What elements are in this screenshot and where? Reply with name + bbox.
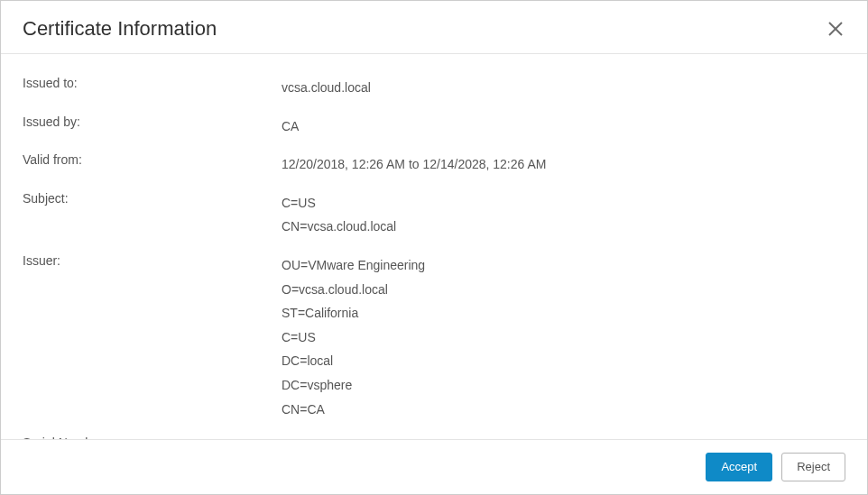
label-issued-by: Issued by: (23, 115, 282, 129)
label-subject: Subject: (23, 191, 282, 206)
dialog-body[interactable]: Issued to: vcsa.cloud.local Issued by: C… (1, 53, 867, 440)
issuer-line: OU=VMware Engineering (282, 253, 845, 278)
subject-line: C=US (282, 191, 845, 215)
value-subject: C=US CN=vcsa.cloud.local (282, 191, 845, 239)
accept-button[interactable]: Accept (706, 453, 772, 481)
certificate-info-dialog: Certificate Information Issued to: vcsa.… (0, 0, 868, 495)
label-valid-from: Valid from: (23, 152, 282, 167)
reject-button[interactable]: Reject (781, 453, 845, 481)
close-icon (827, 21, 844, 37)
dialog-footer: Accept Reject (1, 440, 867, 494)
issuer-line: DC=vsphere (282, 373, 845, 398)
row-issued-by: Issued by: CA (23, 107, 845, 146)
issuer-line: O=vcsa.cloud.local (282, 278, 845, 302)
value-issuer: OU=VMware Engineering O=vcsa.cloud.local… (282, 253, 845, 421)
subject-line: CN=vcsa.cloud.local (282, 215, 845, 239)
row-serial-number: Serial Number: 00 ef 9a ac d0 ab dd 7c a… (23, 428, 845, 440)
issuer-line: C=US (282, 325, 845, 350)
issuer-line: DC=local (282, 349, 845, 373)
value-valid-from: 12/20/2018, 12:26 AM to 12/14/2028, 12:2… (282, 152, 845, 177)
issuer-line: CN=CA (282, 398, 845, 422)
close-button[interactable] (826, 19, 845, 39)
value-issued-by: CA (282, 115, 845, 139)
label-issued-to: Issued to: (23, 76, 282, 90)
value-issued-to: vcsa.cloud.local (282, 76, 845, 100)
row-valid-from: Valid from: 12/20/2018, 12:26 AM to 12/1… (23, 145, 845, 184)
label-issuer: Issuer: (23, 253, 282, 268)
issuer-line: ST=California (282, 301, 845, 325)
dialog-title: Certificate Information (23, 17, 217, 41)
row-issuer: Issuer: OU=VMware Engineering O=vcsa.clo… (23, 246, 845, 428)
dialog-header: Certificate Information (1, 1, 867, 53)
row-issued-to: Issued to: vcsa.cloud.local (23, 69, 845, 107)
row-subject: Subject: C=US CN=vcsa.cloud.local (23, 184, 845, 246)
